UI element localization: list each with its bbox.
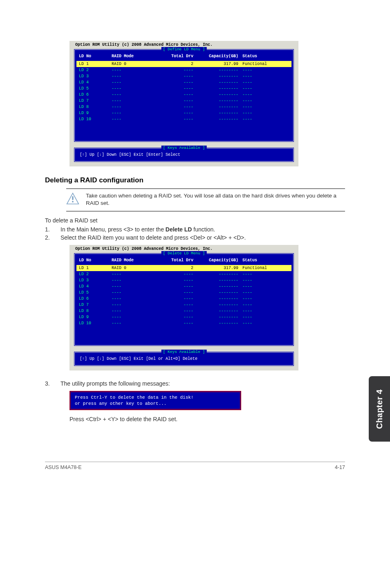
table-row: LD 2-------------------- [75,67,293,73]
cell-cap: -------- [193,79,242,85]
cell-drv: ---- [157,79,193,85]
bios-define-panel: [ Define LD Menu ] LD No RAID Mode Total… [74,49,294,142]
step-3: 3. The utility prompts the following mes… [45,380,345,387]
cell-cap: -------- [193,92,242,98]
cell-stat: ---- [242,79,287,85]
define-panel-label: [ Define LD Menu ] [161,47,207,52]
cell-mode: ---- [112,98,157,104]
table-row: LD 1RAID 02317.99Functional [76,61,291,67]
cell-stat: ---- [242,92,287,98]
cell-ldno: LD 1 [79,61,112,67]
prompt-line-1: Press Ctrl-Y to delete the data in the d… [75,395,236,400]
chapter-side-tab: Chapter 4 [369,376,390,442]
cell-drv: ---- [157,73,193,79]
cell-mode: RAID 0 [112,61,157,67]
cell-mode: ---- [112,92,157,98]
cell-stat: ---- [242,277,287,283]
cell-cap: -------- [193,314,242,320]
table-row: LD 9-------------------- [75,314,293,320]
keys-delete-text: [↑] Up [↓] Down [ESC] Exit [Del or Alt+D… [79,357,289,361]
cell-cap: -------- [193,290,242,296]
cell-mode: ---- [112,104,157,110]
footer-right: 4-17 [335,465,345,470]
warning-note: Take caution when deleting a RAID set. Y… [66,189,345,211]
cell-drv: ---- [157,283,193,290]
prompt-box: Press Ctrl-Y to delete the data in the d… [69,391,241,410]
cell-drv: ---- [157,320,193,326]
steps-list-cont: 3. The utility prompts the following mes… [45,380,345,387]
cell-stat: ---- [242,104,287,110]
cell-stat: ---- [242,116,287,122]
bios-utility-title-2: Option ROM Utility (c) 2008 Advanced Mic… [74,247,294,251]
cell-cap: -------- [193,104,242,110]
cell-ldno: LD 9 [79,314,112,320]
cell-mode: ---- [112,283,157,290]
step1-pre: In the Main Menu, press <3> to enter the [61,226,166,233]
cell-cap: -------- [193,277,242,283]
cell-drv: ---- [157,277,193,283]
cell-drv: ---- [157,271,193,277]
cell-stat: ---- [242,98,287,104]
cell-mode: ---- [112,67,157,73]
bios-utility-title: Option ROM Utility (c) 2008 Advanced Mic… [74,43,294,47]
cell-ldno: LD 9 [79,110,112,116]
cell-ldno: LD 10 [79,116,112,122]
cell-cap: -------- [193,308,242,314]
cell-cap: -------- [193,296,242,302]
cell-ldno: LD 3 [79,277,112,283]
cell-mode: ---- [112,73,157,79]
cell-ldno: LD 8 [79,308,112,314]
cell-cap: -------- [193,116,242,122]
cell-drv: ---- [157,67,193,73]
step-num: 2. [45,234,51,241]
cell-mode: ---- [112,271,157,277]
svg-rect-1 [72,196,73,200]
hdr-stat: Status [242,53,287,59]
keys-label: [ Keys Available ] [161,146,207,150]
table-row: LD 8-------------------- [75,308,293,314]
step-3-text: The utility prompts the following messag… [61,380,170,387]
cell-cap: -------- [193,73,242,79]
cell-cap: -------- [193,271,242,277]
cell-cap: -------- [193,110,242,116]
cell-stat: ---- [242,296,287,302]
bios-delete-window: Option ROM Utility (c) 2008 Advanced Mic… [69,245,298,370]
table-row: LD 9-------------------- [75,110,293,116]
cell-ldno: LD 7 [79,98,112,104]
cell-drv: ---- [157,104,193,110]
svg-point-2 [72,201,74,202]
step1-post: function. [192,226,215,233]
cell-cap: -------- [193,283,242,290]
cell-stat: ---- [242,271,287,277]
hdr-cap: Capacity(GB) [193,257,242,263]
step1-bold: Delete LD [166,226,192,233]
cell-stat: ---- [242,73,287,79]
cell-ldno: LD 4 [79,79,112,85]
table-row: LD 4-------------------- [75,79,293,85]
cell-mode: ---- [112,320,157,326]
step-num: 1. [45,226,51,233]
keys-define-text: [↑] Up [↓] Down [ESC] Exit [Enter] Selec… [79,153,289,157]
cell-cap: -------- [193,320,242,326]
table-row: LD 5-------------------- [75,85,293,92]
cell-ldno: LD 2 [79,67,112,73]
cell-drv: 2 [157,265,193,271]
table-row: LD 7-------------------- [75,302,293,308]
cell-ldno: LD 6 [79,296,112,302]
cell-mode: ---- [112,296,157,302]
hdr-stat: Status [242,257,287,263]
cell-stat: ---- [242,283,287,290]
cell-cap: -------- [193,67,242,73]
cell-mode: ---- [112,314,157,320]
step-num: 3. [45,380,51,387]
cell-cap: -------- [193,85,242,92]
bios-define-window: Option ROM Utility (c) 2008 Advanced Mic… [69,41,298,166]
cell-cap: 317.99 [193,265,242,271]
cell-drv: ---- [157,290,193,296]
cell-drv: ---- [157,92,193,98]
page-footer: ASUS M4A78-E 4-17 [45,462,345,470]
keys-panel-delete: [ Keys Available ] [↑] Up [↓] Down [ESC]… [74,351,294,366]
keys-label-2: [ Keys Available ] [161,350,207,354]
hdr-drv: Total Drv [157,257,193,263]
step-2-text: Select the RAID item you want to delete … [61,234,246,241]
